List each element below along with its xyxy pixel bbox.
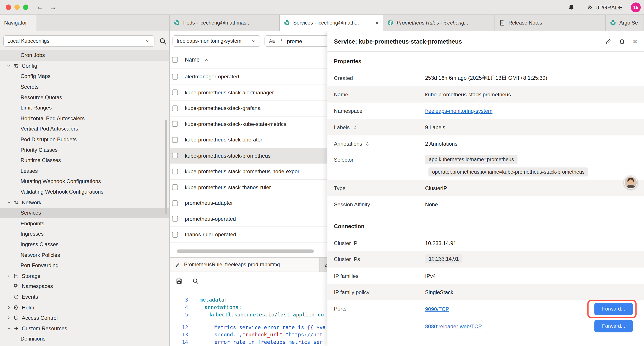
property-value: SingleStack <box>425 289 453 295</box>
sidebar-item-cron-jobs[interactable]: Cron Jobs <box>0 50 169 61</box>
sidebar-item-endpoints[interactable]: Endpoints <box>0 218 169 229</box>
sidebar-item-vertical-pod-autoscalers[interactable]: Vertical Pod Autoscalers <box>0 123 169 134</box>
sidebar-scrollbar[interactable] <box>165 120 167 214</box>
tab-release-notes[interactable]: Release Notes <box>495 15 606 31</box>
sidebar-item-port-forwarding[interactable]: Port Forwarding <box>0 260 169 271</box>
sidebar-item-custom-resources[interactable]: Custom Resources <box>0 323 169 334</box>
row-checkbox[interactable] <box>172 184 178 190</box>
sidebar-item-limit-ranges[interactable]: Limit Ranges <box>0 102 169 113</box>
service-name: thanos-ruler-operated <box>185 232 236 238</box>
match-case-toggle[interactable]: Aa <box>269 38 275 43</box>
chevron-down-icon <box>6 63 11 68</box>
tab-services-icecheng-math[interactable]: Services - icecheng@math...× <box>280 15 383 31</box>
forward-button[interactable]: Forward... <box>594 320 633 333</box>
forward-button[interactable]: → <box>50 3 57 11</box>
property-row-created: Created253d 16h 6m ago (2025年1月13日 GMT+8… <box>327 70 644 86</box>
port-link[interactable]: 9090/TCP <box>425 306 449 312</box>
editor-search-button[interactable] <box>192 278 199 285</box>
port-row: 9090/TCPForward... <box>425 301 638 318</box>
tab-strip-spacer <box>37 15 170 31</box>
sidebar-item-label: Pod Disruption Budgets <box>20 136 77 142</box>
sidebar-item-network-policies[interactable]: Network Policies <box>0 250 169 260</box>
chevron-down-icon <box>252 38 256 43</box>
kubeconfig-select[interactable]: Local Kubeconfigs <box>3 35 154 47</box>
sidebar-search-icon[interactable] <box>159 37 167 45</box>
property-row-ports: Ports9090/TCPForward...8080:reloader-web… <box>327 301 644 335</box>
floating-avatar <box>624 176 638 189</box>
namespace-link[interactable]: freeleaps-monitoring-system <box>425 108 492 114</box>
row-checkbox[interactable] <box>172 216 178 222</box>
tab-prometheus-rules-icecheng[interactable]: Prometheus Rules - icecheng... <box>383 15 495 31</box>
row-checkbox[interactable] <box>172 153 178 158</box>
sidebar-item-runtime-classes[interactable]: Runtime Classes <box>0 155 169 166</box>
horizontal-scrollbar[interactable] <box>177 249 314 253</box>
window-close-button[interactable] <box>6 4 11 10</box>
row-checkbox[interactable] <box>172 169 178 174</box>
upgrade-label: UPGRADE <box>595 4 622 10</box>
sidebar-item-label: Network Policies <box>20 252 60 258</box>
close-button[interactable]: × <box>632 37 638 45</box>
tab-argo-se[interactable]: Argo Se <box>606 15 644 31</box>
notification-count-badge[interactable]: 15 <box>631 2 641 12</box>
sidebar-item-priority-classes[interactable]: Priority Classes <box>0 145 169 155</box>
forward-button[interactable]: Forward... <box>594 303 633 315</box>
delete-button[interactable] <box>619 38 625 44</box>
row-checkbox[interactable] <box>172 105 178 111</box>
sidebar-item-access-control[interactable]: Access Control <box>0 313 169 323</box>
sidebar-item-label: Cron Jobs <box>20 52 45 58</box>
window-minimize-button[interactable] <box>14 4 20 10</box>
row-checkbox[interactable] <box>172 121 178 127</box>
row-checkbox[interactable] <box>172 90 178 95</box>
sidebar-item-ingress-classes[interactable]: Ingress Classes <box>0 239 169 250</box>
row-checkbox[interactable] <box>172 137 178 143</box>
property-value: None <box>425 201 438 207</box>
sidebar-item-events[interactable]: Events <box>0 292 169 302</box>
sidebar-item-network[interactable]: Network <box>0 197 169 208</box>
sidebar-item-mutating-webhook-configurations[interactable]: Mutating Webhook Configurations <box>0 176 169 187</box>
sidebar-item-pod-disruption-budgets[interactable]: Pod Disruption Budgets <box>0 134 169 145</box>
row-checkbox[interactable] <box>172 232 178 237</box>
property-label: Annotations <box>334 141 425 147</box>
sidebar-item-secrets[interactable]: Secrets <box>0 81 169 92</box>
sidebar-item-namespaces[interactable]: Namespaces <box>0 281 169 292</box>
sidebar-item-label: Access Control <box>22 315 58 321</box>
sidebar-item-helm[interactable]: Helm <box>0 302 169 313</box>
name-column-header[interactable]: Name <box>185 57 200 63</box>
custom-resources-icon <box>14 326 19 331</box>
sidebar-item-definitions[interactable]: Definitions <box>0 334 169 344</box>
sidebar-item-storage[interactable]: Storage <box>0 271 169 281</box>
property-value: 10.233.14.91 <box>425 240 456 246</box>
row-checkbox[interactable] <box>172 74 178 79</box>
sidebar-item-label: Events <box>22 294 38 300</box>
sidebar-item-ingresses[interactable]: Ingresses <box>0 229 169 239</box>
editor-tab-prometheusrule[interactable]: PrometheusRule: freeleaps-prod-rabbitmq <box>170 258 320 272</box>
select-all-checkbox[interactable] <box>172 57 178 63</box>
upgrade-button[interactable]: UPGRADE <box>587 4 623 10</box>
storage-icon <box>14 273 19 278</box>
sidebar-item-horizontal-pod-autoscalers[interactable]: Horizontal Pod Autoscalers <box>0 113 169 123</box>
save-button[interactable] <box>176 278 182 285</box>
tab-close-icon[interactable]: × <box>373 20 379 26</box>
kubeconfig-select-value: Local Kubeconfigs <box>8 38 49 44</box>
sidebar-item-validating-webhook-configurations[interactable]: Validating Webhook Configurations <box>0 187 169 197</box>
window-zoom-button[interactable] <box>23 4 28 10</box>
sidebar-item-config-maps[interactable]: Config Maps <box>0 71 169 82</box>
navigator-panel-tab[interactable]: Navigator <box>0 15 37 31</box>
property-label: Session Affinity <box>334 201 425 207</box>
tab-pods-icecheng-mathmas[interactable]: Pods - icecheng@mathmas... <box>170 15 280 31</box>
property-value: 2 Annotations <box>425 141 458 147</box>
back-button[interactable]: ← <box>36 3 43 11</box>
sidebar-item-leases[interactable]: Leases <box>0 166 169 176</box>
sidebar-item-resource-quotas[interactable]: Resource Quotas <box>0 92 169 102</box>
property-value: 9 Labels <box>425 124 445 130</box>
edit-button[interactable] <box>606 38 612 44</box>
sidebar-item-services[interactable]: Services <box>0 208 169 218</box>
property-row-name: Namekube-prometheus-stack-prometheus <box>327 86 644 102</box>
row-checkbox[interactable] <box>172 200 178 206</box>
namespace-select[interactable]: freeleaps-monitoring-system <box>172 35 260 47</box>
service-name: kube-prometheus-stack-thanos-ruler <box>185 184 271 190</box>
notifications-bell-icon[interactable] <box>568 4 574 11</box>
sidebar-item-config[interactable]: Config <box>0 61 169 71</box>
regex-toggle[interactable]: .* <box>279 38 282 43</box>
port-link[interactable]: 8080:reloader-web/TCP <box>425 323 482 329</box>
